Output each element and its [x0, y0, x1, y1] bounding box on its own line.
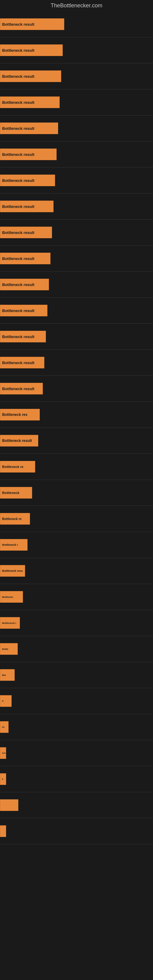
bottleneck-bar-21[interactable]: Bottleneck r — [0, 539, 27, 550]
bar-row-6: Bottleneck result — [0, 142, 153, 167]
bottleneck-bar-3[interactable]: Bottleneck result — [0, 70, 61, 82]
bar-label-12: Bottleneck result — [2, 309, 34, 313]
bar-row-19: Bottleneck — [0, 480, 153, 506]
bar-label-16: Bottleneck res — [2, 412, 27, 417]
bottleneck-bar-29[interactable]: Bottle — [0, 747, 6, 759]
bar-row-18: Bottleneck re — [0, 454, 153, 480]
bottleneck-bar-9[interactable]: Bottleneck result — [0, 227, 52, 238]
bar-row-26: Bot — [0, 662, 153, 688]
bar-label-24: Bottleneck r — [2, 622, 16, 624]
bottleneck-bar-12[interactable]: Bottleneck result — [0, 305, 48, 317]
bar-row-22: Bottleneck resu — [0, 558, 153, 584]
bottleneck-bar-24[interactable]: Bottleneck r — [0, 617, 20, 629]
bottleneck-bar-11[interactable]: Bottleneck result — [0, 279, 49, 290]
bar-row-10: Bottleneck result — [0, 246, 153, 272]
bottleneck-bar-30[interactable]: B — [0, 773, 6, 785]
bottleneck-bar-22[interactable]: Bottleneck resu — [0, 565, 25, 577]
bottleneck-bar-23[interactable]: Bottlenec — [0, 591, 23, 603]
bar-row-20: Bottleneck re — [0, 506, 153, 532]
bar-label-26: Bot — [2, 674, 6, 676]
bar-label-19: Bottleneck — [2, 491, 19, 495]
bar-row-29: Bottle — [0, 740, 153, 766]
bar-row-2: Bottleneck result — [0, 37, 153, 64]
bottleneck-bar-4[interactable]: Bottleneck result — [0, 97, 60, 108]
bottleneck-bar-16[interactable]: Bottleneck res — [0, 409, 40, 420]
bottleneck-bar-6[interactable]: Bottleneck result — [0, 148, 57, 160]
bar-label-8: Bottleneck result — [2, 204, 34, 209]
bar-label-30: B — [2, 778, 3, 780]
bottleneck-bar-7[interactable]: Bottleneck result — [0, 175, 55, 186]
bar-row-16: Bottleneck res — [0, 402, 153, 428]
bar-label-14: Bottleneck result — [2, 360, 34, 365]
bottleneck-bar-13[interactable]: Bottleneck result — [0, 331, 46, 342]
bar-label-28: Bo — [2, 726, 5, 728]
bar-row-25: Bottle — [0, 636, 153, 662]
bar-label-5: Bottleneck result — [2, 126, 34, 131]
bar-row-5: Bottleneck result — [0, 115, 153, 142]
bar-label-17: Bottleneck result — [2, 439, 32, 443]
bar-label-10: Bottleneck result — [2, 256, 34, 261]
bar-label-27: B — [2, 700, 3, 702]
bar-row-15: Bottleneck result — [0, 376, 153, 402]
bottleneck-bar-28[interactable]: Bo — [0, 721, 9, 733]
bar-label-4: Bottleneck result — [2, 100, 34, 105]
bar-label-29: Bottle — [2, 752, 6, 754]
bar-row-11: Bottleneck result — [0, 272, 153, 298]
bar-row-13: Bottleneck result — [0, 324, 153, 350]
bottleneck-bar-8[interactable]: Bottleneck result — [0, 200, 54, 212]
bottleneck-bar-14[interactable]: Bottleneck result — [0, 357, 45, 368]
bottleneck-bar-19[interactable]: Bottleneck — [0, 487, 32, 499]
bar-row-4: Bottleneck result — [0, 89, 153, 115]
bar-label-7: Bottleneck result — [2, 178, 34, 183]
bottleneck-bar-31[interactable] — [0, 799, 18, 811]
bottleneck-bar-32[interactable] — [0, 825, 6, 837]
bar-row-28: Bo — [0, 714, 153, 740]
bar-label-25: Bottle — [2, 648, 8, 650]
bar-label-20: Bottleneck re — [2, 517, 21, 520]
bar-row-31 — [0, 792, 153, 818]
bar-label-18: Bottleneck re — [2, 465, 24, 469]
bar-label-3: Bottleneck result — [2, 74, 34, 79]
bar-row-3: Bottleneck result — [0, 64, 153, 89]
bar-label-23: Bottlenec — [2, 596, 13, 598]
bar-row-24: Bottleneck r — [0, 610, 153, 636]
bar-row-8: Bottleneck result — [0, 194, 153, 220]
bar-row-12: Bottleneck result — [0, 298, 153, 324]
bar-label-22: Bottleneck resu — [2, 569, 23, 573]
bottleneck-bar-2[interactable]: Bottleneck result — [0, 45, 63, 56]
bar-row-1: Bottleneck result — [0, 11, 153, 37]
site-title: TheBottlenecker.com — [0, 0, 153, 11]
bar-label-9: Bottleneck result — [2, 230, 34, 235]
bar-row-17: Bottleneck result — [0, 428, 153, 454]
bar-label-11: Bottleneck result — [2, 282, 34, 287]
bar-row-14: Bottleneck result — [0, 350, 153, 376]
bottleneck-bar-27[interactable]: B — [0, 695, 12, 707]
bar-row-27: B — [0, 688, 153, 714]
bar-label-2: Bottleneck result — [2, 48, 34, 52]
bottleneck-bar-10[interactable]: Bottleneck result — [0, 253, 51, 264]
bar-label-6: Bottleneck result — [2, 152, 34, 157]
bar-label-15: Bottleneck result — [2, 387, 34, 391]
bottleneck-bar-1[interactable]: Bottleneck result — [0, 18, 64, 30]
bottleneck-bar-25[interactable]: Bottle — [0, 643, 18, 655]
bar-row-23: Bottlenec — [0, 584, 153, 610]
bar-row-32 — [0, 818, 153, 844]
bottleneck-bar-26[interactable]: Bot — [0, 669, 15, 681]
bar-row-9: Bottleneck result — [0, 220, 153, 246]
bottleneck-bar-20[interactable]: Bottleneck re — [0, 513, 30, 525]
bottleneck-bar-15[interactable]: Bottleneck result — [0, 383, 43, 395]
bottleneck-bar-17[interactable]: Bottleneck result — [0, 435, 38, 447]
bottleneck-bar-18[interactable]: Bottleneck re — [0, 461, 35, 473]
bar-row-21: Bottleneck r — [0, 532, 153, 558]
bar-label-21: Bottleneck r — [2, 543, 18, 546]
bar-row-30: B — [0, 766, 153, 792]
bar-row-7: Bottleneck result — [0, 167, 153, 194]
bar-label-13: Bottleneck result — [2, 334, 34, 339]
bar-label-1: Bottleneck result — [2, 22, 34, 27]
bottleneck-bar-5[interactable]: Bottleneck result — [0, 123, 58, 134]
